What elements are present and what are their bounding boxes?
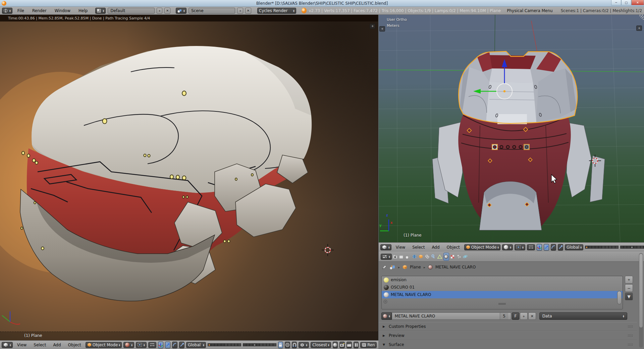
tab-render[interactable] bbox=[392, 253, 398, 261]
remove-material-slot-button[interactable]: − bbox=[625, 284, 633, 292]
properties-scrollbar[interactable] bbox=[639, 253, 643, 348]
add-menu[interactable]: Add bbox=[429, 245, 442, 250]
minimize-button[interactable]: ─ bbox=[611, 0, 621, 5]
viewport-shading-dropdown[interactable]: ▲▼ bbox=[502, 244, 513, 250]
add-scene-button[interactable]: ＋ bbox=[237, 8, 243, 14]
panel-custom-properties[interactable]: ▶ Custom Properties bbox=[379, 322, 637, 331]
breadcrumb-object[interactable]: Plane bbox=[410, 265, 421, 269]
layers-widget-2[interactable] bbox=[620, 246, 644, 249]
manipulator-rotate-button[interactable] bbox=[551, 244, 556, 251]
manipulate-centers-button[interactable] bbox=[148, 342, 156, 348]
add-layout-button[interactable]: ＋ bbox=[157, 8, 163, 14]
panel-grip-icon[interactable] bbox=[628, 343, 633, 346]
view-menu[interactable]: View bbox=[393, 245, 408, 250]
material-slot-list[interactable]: emision OSCURO 01 METAL NAVE CLARO bbox=[381, 276, 623, 309]
tab-modifiers[interactable] bbox=[431, 253, 436, 261]
opengl-render-anim-button[interactable] bbox=[346, 342, 352, 348]
panel-surface[interactable]: ▼ Surface bbox=[379, 340, 637, 349]
close-button[interactable]: ✕ bbox=[631, 0, 644, 5]
material-slot-emision[interactable]: emision bbox=[382, 276, 623, 284]
screen-layout-field[interactable]: Default bbox=[108, 8, 155, 14]
unlink-material-button[interactable]: ✕ bbox=[528, 312, 536, 320]
slot-list-scrollbar[interactable] bbox=[617, 291, 622, 304]
tab-world[interactable] bbox=[412, 253, 417, 261]
layers-widget-1[interactable] bbox=[585, 246, 619, 249]
editor-type-selector-info[interactable]: ▲▼ bbox=[2, 8, 12, 14]
manipulate-centers-button[interactable] bbox=[527, 244, 535, 250]
menu-file[interactable]: File bbox=[14, 8, 27, 13]
delete-scene-button[interactable]: ✕ bbox=[245, 8, 251, 14]
tab-constraints[interactable] bbox=[424, 253, 430, 261]
manipulator-scale-button[interactable] bbox=[558, 244, 563, 251]
tab-scene[interactable] bbox=[405, 253, 411, 261]
new-material-button[interactable]: ＋ bbox=[520, 312, 528, 320]
orientation-dropdown[interactable]: Global ▲▼ bbox=[186, 342, 206, 348]
panel-grip-icon[interactable] bbox=[628, 334, 633, 337]
browse-material-button[interactable]: ▲▼ bbox=[381, 312, 392, 320]
editor-type-selector-properties[interactable]: ▲▼ bbox=[381, 254, 392, 260]
screen-layout-browse-button[interactable]: ▲▼ bbox=[95, 8, 106, 14]
scene-name-field[interactable]: Scene bbox=[189, 8, 235, 14]
material-users-count[interactable]: 5 bbox=[500, 313, 508, 319]
editor-type-selector-3dview[interactable]: ▲▼ bbox=[380, 244, 391, 250]
material-name-field[interactable]: METAL NAVE CLARO 5 bbox=[392, 312, 511, 320]
mode-dropdown[interactable]: Object Mode ▲▼ bbox=[464, 244, 500, 250]
tab-physics[interactable] bbox=[463, 253, 468, 261]
list-resize-grip[interactable] bbox=[498, 303, 506, 305]
select-menu[interactable]: Select bbox=[31, 343, 49, 347]
layers-widget-2[interactable] bbox=[243, 343, 276, 346]
object-menu[interactable]: Object bbox=[65, 343, 84, 347]
render-pause-button[interactable] bbox=[354, 342, 359, 348]
proportional-edit-button[interactable] bbox=[285, 342, 290, 348]
select-menu[interactable]: Select bbox=[410, 245, 427, 250]
manipulator-axes-button[interactable] bbox=[158, 342, 163, 348]
render-button[interactable]: Ren bbox=[360, 342, 377, 348]
view-menu[interactable]: View bbox=[14, 343, 29, 347]
region-toggle-plus-left[interactable]: ＋ bbox=[379, 26, 385, 32]
menu-window[interactable]: Window bbox=[52, 8, 73, 13]
tab-particles[interactable] bbox=[456, 253, 462, 261]
scene-browse-button[interactable]: ▲▼ bbox=[176, 8, 186, 14]
material-link-dropdown[interactable]: Data ▲▼ bbox=[539, 312, 627, 320]
tab-render-layers[interactable] bbox=[399, 253, 405, 261]
slot-specials-menu-button[interactable]: ▼ bbox=[625, 293, 633, 300]
pin-icon[interactable] bbox=[382, 265, 387, 269]
region-toggle-plus[interactable]: ＋ bbox=[370, 23, 375, 29]
opengl-render-sphere-button[interactable] bbox=[333, 342, 338, 348]
lock-to-scene-button[interactable] bbox=[278, 342, 283, 348]
rendered-viewport[interactable]: Time:00:43.86 | Mem:52.85M, Peak:52.85M … bbox=[0, 15, 378, 340]
manipulator-translate-button[interactable] bbox=[165, 342, 170, 348]
viewport-shading-dropdown[interactable]: ▲▼ bbox=[123, 342, 134, 348]
panel-grip-icon[interactable] bbox=[628, 325, 633, 328]
snap-target-dropdown[interactable]: Closest ▲▼ bbox=[311, 342, 331, 348]
mode-dropdown[interactable]: Object Mode ▲▼ bbox=[86, 342, 122, 348]
solid-viewport[interactable]: User Ortho Meters ＋ ＋ z y x (1) Plane bbox=[379, 15, 644, 242]
object-menu[interactable]: Object bbox=[444, 245, 463, 250]
manipulator-rotate-button[interactable] bbox=[172, 342, 177, 348]
fake-user-button[interactable]: F bbox=[512, 312, 519, 320]
scene-objects-icon[interactable] bbox=[389, 265, 395, 269]
orientation-dropdown[interactable]: Global ▲▼ bbox=[565, 244, 583, 250]
tab-material[interactable] bbox=[443, 253, 449, 261]
add-material-slot-button[interactable]: ＋ bbox=[625, 276, 633, 284]
pivot-point-dropdown[interactable]: ▲▼ bbox=[515, 244, 525, 250]
opengl-render-image-button[interactable] bbox=[339, 342, 345, 348]
render-engine-dropdown[interactable]: Cycles Render ▲▼ bbox=[257, 8, 296, 14]
menu-help[interactable]: Help bbox=[75, 8, 91, 13]
add-menu[interactable]: Add bbox=[50, 343, 63, 347]
delete-layout-button[interactable]: ✕ bbox=[164, 8, 170, 14]
material-slot-metal-nave-claro[interactable]: METAL NAVE CLARO bbox=[382, 291, 623, 298]
maximize-button[interactable]: ▢ bbox=[621, 0, 631, 5]
material-slot-oscuro-01[interactable]: OSCURO 01 bbox=[382, 284, 623, 291]
snap-element-dropdown[interactable]: ▲▼ bbox=[299, 342, 309, 348]
layers-widget-1[interactable] bbox=[208, 343, 241, 346]
region-toggle-plus-right[interactable]: ＋ bbox=[636, 26, 642, 31]
manipulator-scale-button[interactable] bbox=[179, 342, 184, 348]
tab-object[interactable] bbox=[418, 253, 424, 261]
snap-magnet-button[interactable] bbox=[292, 342, 297, 348]
manipulator-axes-button[interactable] bbox=[537, 244, 542, 251]
breadcrumb-material[interactable]: METAL NAVE CLARO bbox=[435, 265, 476, 269]
pivot-point-dropdown[interactable]: ▲▼ bbox=[136, 342, 147, 348]
menu-render[interactable]: Render bbox=[29, 8, 50, 13]
tab-object-data[interactable] bbox=[437, 253, 443, 261]
